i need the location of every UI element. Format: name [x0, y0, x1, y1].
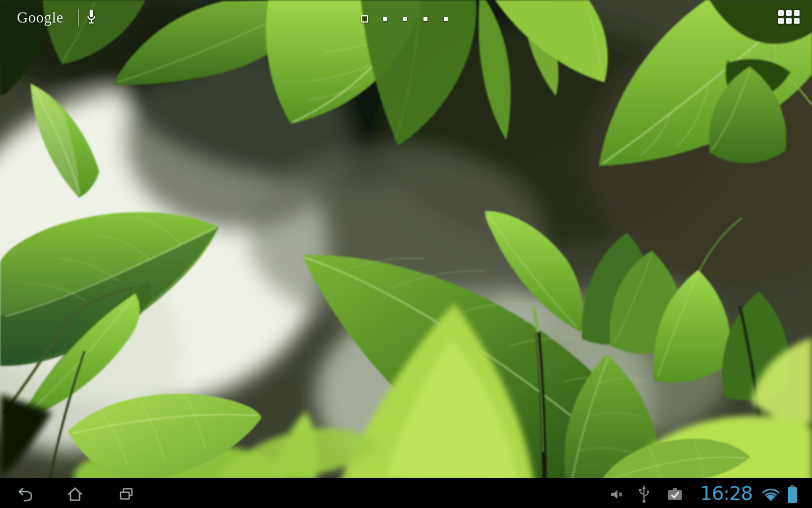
- page-dot-3[interactable]: [403, 17, 407, 21]
- back-button[interactable]: [16, 485, 35, 504]
- home-screen[interactable]: Google: [0, 0, 812, 508]
- page-dot-5[interactable]: [444, 17, 448, 21]
- leaves-live-wallpaper: [0, 0, 812, 508]
- all-apps-button[interactable]: [778, 10, 801, 26]
- usb-connected-icon: [637, 484, 651, 505]
- home-button[interactable]: [65, 485, 85, 504]
- voice-search-button[interactable]: [79, 9, 97, 27]
- status-tray[interactable]: 16:28: [603, 481, 806, 506]
- home-icon: [67, 486, 83, 503]
- google-search-widget[interactable]: Google: [10, 5, 97, 30]
- page-dot-2[interactable]: [383, 17, 387, 21]
- back-icon: [17, 486, 34, 503]
- page-dot-1[interactable]: [361, 15, 368, 23]
- battery-full-icon: [785, 483, 799, 505]
- google-logo[interactable]: Google: [10, 9, 70, 27]
- wifi-icon: [760, 486, 782, 502]
- clock: 16:28: [694, 482, 759, 505]
- recents-icon: [118, 486, 135, 503]
- recents-button[interactable]: [117, 485, 136, 504]
- task-complete-icon: [667, 486, 683, 503]
- page-dot-4[interactable]: [423, 17, 427, 21]
- microphone-icon: [86, 9, 97, 27]
- homescreen-page-indicator[interactable]: [354, 14, 456, 24]
- apps-grid-icon: [778, 10, 784, 16]
- volume-muted-icon: [609, 487, 625, 502]
